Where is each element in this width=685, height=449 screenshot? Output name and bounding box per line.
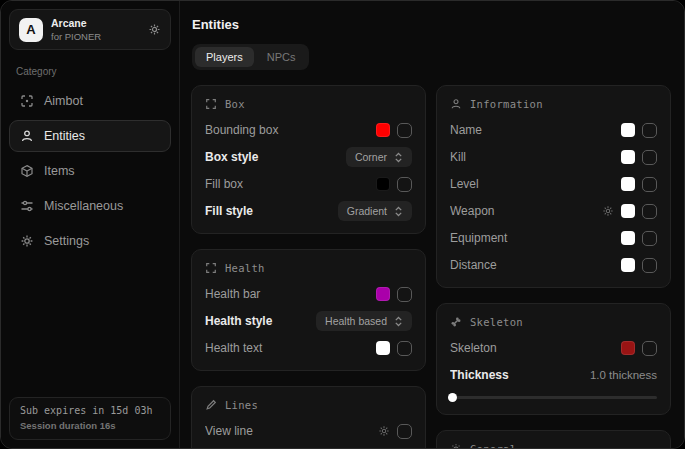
brand-card: A Arcane for PIONER [9, 9, 171, 50]
box-card: Box Bounding box Box style Corne [191, 85, 426, 234]
distance-checkbox[interactable] [642, 258, 657, 273]
health-bar-row: Health bar [205, 284, 412, 304]
sidebar-item-entities[interactable]: Entities [9, 120, 171, 152]
fill-style-row: Fill style Gradient [205, 201, 412, 221]
gear-icon[interactable] [378, 425, 390, 437]
level-row: Level [450, 174, 657, 194]
box-style-dropdown[interactable]: Corner [346, 147, 412, 167]
color-swatch[interactable] [376, 177, 390, 191]
row-label: Distance [450, 258, 621, 272]
card-title: Box [225, 98, 245, 110]
box-style-row: Box style Corner [205, 147, 412, 167]
main-content: Entities Players NPCs Box Bounding box [180, 1, 684, 448]
box-corners-icon [205, 98, 217, 110]
health-style-dropdown[interactable]: Health based [316, 311, 412, 331]
brand-logo: A [19, 18, 43, 42]
view-line-checkbox[interactable] [397, 424, 412, 439]
row-label: Thickness [450, 368, 590, 382]
sidebar-item-aimbot[interactable]: Aimbot [9, 85, 171, 117]
brand-subtitle: for PIONER [51, 31, 140, 42]
distance-row: Distance [450, 255, 657, 275]
fill-box-checkbox[interactable] [397, 177, 412, 192]
name-checkbox[interactable] [642, 123, 657, 138]
health-bar-checkbox[interactable] [397, 287, 412, 302]
level-checkbox[interactable] [642, 177, 657, 192]
crosshair-icon [20, 94, 34, 108]
skeleton-row: Skeleton [450, 338, 657, 358]
name-row: Name [450, 120, 657, 140]
health-text-checkbox[interactable] [397, 341, 412, 356]
row-label: Health style [205, 314, 316, 328]
row-label: Level [450, 177, 621, 191]
thickness-row: Thickness 1.0 thickness [450, 365, 657, 385]
color-swatch[interactable] [621, 204, 635, 218]
row-label: Equipment [450, 231, 621, 245]
row-label: Fill box [205, 177, 376, 191]
skeleton-checkbox[interactable] [642, 341, 657, 356]
thickness-value: 1.0 thickness [590, 369, 657, 381]
row-label: Weapon [450, 204, 602, 218]
color-swatch[interactable] [621, 341, 635, 355]
tab-players[interactable]: Players [195, 47, 254, 67]
color-swatch[interactable] [621, 177, 635, 191]
unfold-icon [394, 206, 403, 217]
information-card: Information Name Kill [436, 85, 671, 288]
equipment-checkbox[interactable] [642, 231, 657, 246]
gear-icon[interactable] [602, 205, 614, 217]
tab-npcs[interactable]: NPCs [256, 47, 307, 67]
card-title: Information [470, 98, 543, 110]
sidebar-item-items[interactable]: Items [9, 155, 171, 187]
entities-icon [20, 129, 34, 143]
kill-row: Kill [450, 147, 657, 167]
row-label: Skeleton [450, 341, 621, 355]
pencil-line-icon [205, 399, 217, 411]
color-swatch[interactable] [376, 123, 390, 137]
fill-box-row: Fill box [205, 174, 412, 194]
health-card: Health Health bar Health style H [191, 249, 426, 371]
tab-bar: Players NPCs [192, 44, 309, 70]
lines-card: Lines View line Line to enemy [191, 386, 426, 448]
bone-icon [450, 316, 462, 328]
weapon-row: Weapon [450, 201, 657, 221]
kill-checkbox[interactable] [642, 150, 657, 165]
page-title: Entities [192, 17, 671, 32]
sidebar-item-settings[interactable]: Settings [9, 225, 171, 257]
row-label: Name [450, 123, 621, 137]
weapon-checkbox[interactable] [642, 204, 657, 219]
sidebar-item-label: Settings [44, 234, 89, 248]
color-swatch[interactable] [621, 150, 635, 164]
health-text-row: Health text [205, 338, 412, 358]
color-swatch[interactable] [376, 341, 390, 355]
thickness-slider[interactable] [450, 392, 657, 402]
row-label: Health bar [205, 287, 376, 301]
color-swatch[interactable] [621, 231, 635, 245]
sub-expiry-text: Sub expires in 15d 03h [20, 405, 160, 416]
color-swatch[interactable] [376, 287, 390, 301]
session-duration-text: Session duration 16s [20, 420, 160, 431]
info-person-icon [450, 98, 462, 110]
sidebar-item-label: Items [44, 164, 75, 178]
fill-style-dropdown[interactable]: Gradient [338, 201, 412, 221]
row-label: Fill style [205, 204, 338, 218]
skeleton-card: Skeleton Skeleton Thickness 1.0 thicknes… [436, 303, 671, 415]
row-label: Bounding box [205, 123, 376, 137]
view-line-row: View line [205, 421, 412, 441]
bounding-box-checkbox[interactable] [397, 123, 412, 138]
sidebar-item-label: Aimbot [44, 94, 83, 108]
sidebar-item-miscellaneous[interactable]: Miscellaneous [9, 190, 171, 222]
slider-thumb[interactable] [448, 393, 457, 402]
category-label: Category [16, 66, 164, 77]
unfold-icon [394, 316, 403, 327]
sidebar-item-label: Entities [44, 129, 85, 143]
sun-icon [450, 443, 462, 448]
row-label: Health text [205, 341, 376, 355]
card-title: Health [225, 262, 265, 274]
sliders-icon [20, 199, 34, 213]
sidebar-item-label: Miscellaneous [44, 199, 123, 213]
color-swatch[interactable] [621, 258, 635, 272]
bounding-box-row: Bounding box [205, 120, 412, 140]
color-swatch[interactable] [621, 123, 635, 137]
gear-icon[interactable] [148, 23, 161, 36]
subscription-info: Sub expires in 15d 03h Session duration … [9, 397, 171, 440]
general-card: General Visibility check Max distance [436, 430, 671, 448]
